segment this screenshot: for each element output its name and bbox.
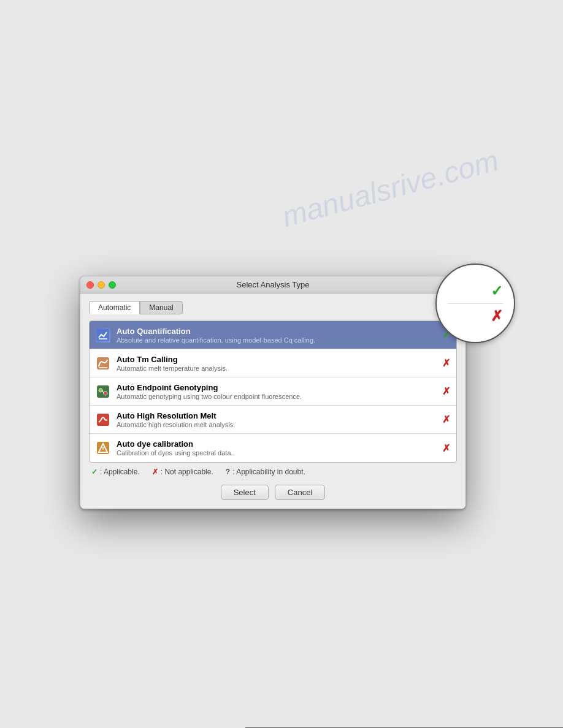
tab-manual[interactable]: Manual xyxy=(140,301,182,314)
titlebar: Select Analysis Type xyxy=(80,276,465,294)
list-item[interactable]: Auto Endpoint Genotyping Automatic genot… xyxy=(90,377,456,406)
item-title: Auto High Resolution Melt xyxy=(117,411,438,420)
dialog-window: Select Analysis Type Automatic Manual xyxy=(80,276,466,509)
quantification-icon xyxy=(96,328,110,343)
legend-not-applicable: ✗ : Not applicable. xyxy=(152,468,213,476)
item-text: Auto High Resolution Melt Automatic high… xyxy=(117,411,438,428)
item-status: ✗ xyxy=(438,357,450,369)
tab-automatic[interactable]: Automatic xyxy=(89,301,140,314)
item-subtitle: Absolute and relative quantification, us… xyxy=(117,336,438,344)
window-title: Select Analysis Type xyxy=(80,280,465,289)
svg-point-6 xyxy=(104,392,107,395)
list-item[interactable]: Auto Tm Calling Automatic melt temperatu… xyxy=(90,349,456,377)
watermark: manualsrive.com xyxy=(278,143,502,233)
maximize-button[interactable] xyxy=(109,281,116,289)
legend: ✓ : Applicable. ✗ : Not applicable. ? : … xyxy=(89,463,457,481)
cancel-button[interactable]: Cancel xyxy=(275,485,325,500)
select-button[interactable]: Select xyxy=(221,485,269,500)
item-status: ✗ xyxy=(438,442,450,454)
item-subtitle: Calibration of dyes using spectral data.… xyxy=(117,449,438,457)
magnifier-overlay: ✓ ✗ xyxy=(435,264,515,343)
item-status: ✗ xyxy=(438,385,450,397)
footer-buttons: Select Cancel xyxy=(89,481,457,500)
item-text: Auto Quantification Absolute and relativ… xyxy=(117,327,438,344)
window-body: Automatic Manual xyxy=(80,294,465,509)
traffic-lights xyxy=(86,281,116,289)
hrm-icon xyxy=(96,412,110,427)
item-text: Auto Endpoint Genotyping Automatic genot… xyxy=(117,383,438,400)
dialog-wrapper: Select Analysis Type Automatic Manual xyxy=(80,276,466,509)
tm-calling-icon xyxy=(96,356,110,371)
item-title: Auto Quantification xyxy=(117,327,438,336)
item-subtitle: Automatic high resolution melt analysis. xyxy=(117,421,438,428)
item-subtitle: Automatic melt temperature analysis. xyxy=(117,365,438,372)
legend-doubt: ? : Applicability in doubt. xyxy=(226,468,305,476)
list-item[interactable]: Auto dye calibration Calibration of dyes… xyxy=(90,434,456,462)
list-item[interactable]: Auto High Resolution Melt Automatic high… xyxy=(90,406,456,434)
item-status: ✗ xyxy=(438,414,450,425)
genotyping-icon xyxy=(96,384,110,399)
item-title: Auto dye calibration xyxy=(117,439,438,449)
minimize-button[interactable] xyxy=(98,281,105,289)
analysis-list: Auto Quantification Absolute and relativ… xyxy=(89,320,457,463)
list-item[interactable]: Auto Quantification Absolute and relativ… xyxy=(90,321,456,349)
item-text: Auto dye calibration Calibration of dyes… xyxy=(117,439,438,457)
item-subtitle: Automatic genotyping using two colour en… xyxy=(117,393,438,400)
tab-bar: Automatic Manual xyxy=(89,301,457,314)
mag-row-not-applicable: ✗ xyxy=(448,304,503,328)
dye-calibration-icon xyxy=(96,441,110,455)
close-button[interactable] xyxy=(86,281,94,289)
legend-applicable: ✓ : Applicable. xyxy=(91,468,140,476)
mag-row-applicable: ✓ xyxy=(448,279,503,304)
svg-point-5 xyxy=(99,389,102,392)
item-title: Auto Tm Calling xyxy=(117,355,438,364)
item-title: Auto Endpoint Genotyping xyxy=(117,383,438,392)
item-text: Auto Tm Calling Automatic melt temperatu… xyxy=(117,355,438,372)
